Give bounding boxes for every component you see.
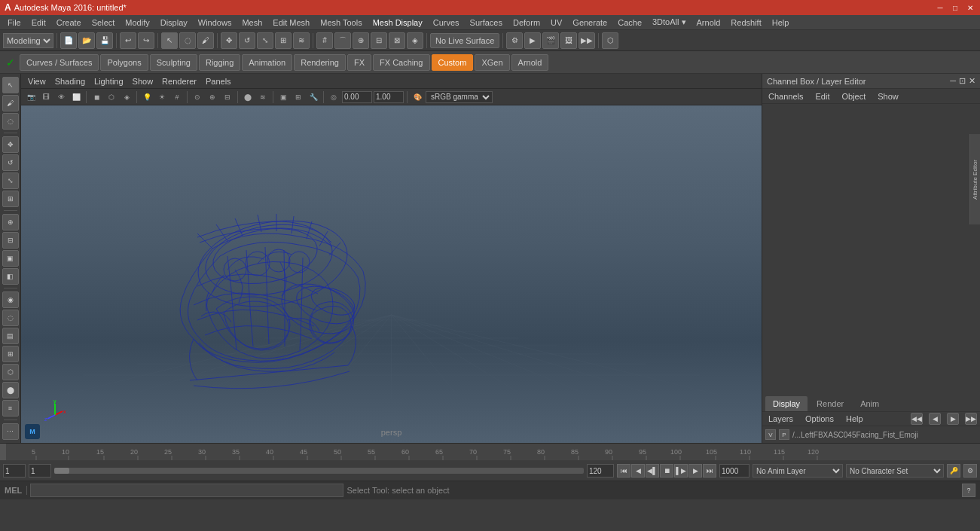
menu-edit-mesh[interactable]: Edit Mesh bbox=[268, 17, 314, 29]
soft-mod-button[interactable]: ≋ bbox=[293, 32, 310, 49]
vp-res-gate-icon[interactable]: ⬤ bbox=[241, 90, 255, 104]
viewport-menu-panels[interactable]: Panels bbox=[202, 76, 235, 87]
vp-frame-icon[interactable]: ⬜ bbox=[69, 90, 83, 104]
rotate-tool[interactable]: ↺ bbox=[2, 154, 19, 171]
menu-mesh-tools[interactable]: Mesh Tools bbox=[316, 17, 366, 29]
quick-layout-btn[interactable]: ⊞ bbox=[2, 346, 19, 362]
mel-input[interactable] bbox=[30, 484, 343, 497]
maximize-button[interactable]: □ bbox=[950, 2, 960, 13]
universal-tool-button[interactable]: ⊞ bbox=[275, 32, 292, 49]
vp-camera2-icon[interactable]: ◎ bbox=[327, 90, 340, 104]
tab-display[interactable]: Display bbox=[765, 396, 808, 411]
redo-button[interactable]: ↪ bbox=[138, 32, 154, 49]
paint-select-tool[interactable]: 🖌 bbox=[2, 95, 19, 111]
snap-surface-button[interactable]: ⊟ bbox=[371, 32, 387, 49]
save-file-button[interactable]: 💾 bbox=[96, 32, 113, 49]
attribute-editor-tab[interactable]: Attribute Editor bbox=[969, 134, 980, 224]
select-tool-button[interactable]: ↖ bbox=[161, 32, 178, 49]
viewport-menu-show[interactable]: Show bbox=[129, 76, 157, 87]
vp-wire-icon[interactable]: ⬡ bbox=[105, 90, 118, 104]
character-set-select[interactable]: No Character Set bbox=[846, 464, 944, 478]
display-layer-btn[interactable]: ▤ bbox=[2, 328, 19, 344]
edit-menu[interactable]: Edit bbox=[812, 91, 832, 102]
camera-far-input[interactable]: 1.00 bbox=[374, 91, 404, 103]
minimize-button[interactable]: ─ bbox=[935, 2, 945, 13]
settings-button[interactable]: ⚙ bbox=[963, 464, 977, 478]
prev-key-button[interactable]: ◀▌ bbox=[646, 464, 659, 478]
vp-light-icon[interactable]: 💡 bbox=[140, 90, 154, 104]
ipr-button[interactable]: 🎬 bbox=[542, 32, 559, 49]
vp-scene-icon[interactable]: 🔧 bbox=[307, 90, 320, 104]
move-tool-button[interactable]: ✥ bbox=[221, 32, 237, 49]
panel-float-icon[interactable]: ⊡ bbox=[959, 76, 966, 86]
panel-close-icon[interactable]: ✕ bbox=[969, 76, 975, 86]
snap-point-button[interactable]: ⊕ bbox=[353, 32, 369, 49]
menu-select[interactable]: Select bbox=[87, 17, 120, 29]
menu-file[interactable]: File bbox=[3, 17, 26, 29]
show-menu[interactable]: Show bbox=[875, 91, 902, 102]
shelf-tab-custom[interactable]: Custom bbox=[432, 54, 474, 71]
viewport-menu-view[interactable]: View bbox=[24, 76, 50, 87]
tab-render[interactable]: Render bbox=[809, 396, 851, 411]
layers-menu[interactable]: Layers bbox=[765, 414, 796, 424]
timeline-range-bar[interactable] bbox=[54, 468, 584, 474]
range-end-input[interactable]: 1000 bbox=[719, 464, 750, 478]
menu-uv[interactable]: UV bbox=[546, 17, 566, 29]
camera-near-input[interactable]: 0.00 bbox=[342, 91, 372, 103]
shelf-tab-polygons[interactable]: Polygons bbox=[100, 54, 148, 71]
render-seq-button[interactable]: ▶▶ bbox=[579, 32, 595, 49]
move-tool[interactable]: ✥ bbox=[2, 136, 19, 153]
bevel-button[interactable]: ◧ bbox=[2, 268, 19, 285]
menu-mesh[interactable]: Mesh bbox=[237, 17, 267, 29]
menu-curves[interactable]: Curves bbox=[429, 17, 464, 29]
measure-tool[interactable]: ◉ bbox=[2, 291, 19, 308]
menu-cache[interactable]: Cache bbox=[613, 17, 646, 29]
select-tool[interactable]: ↖ bbox=[2, 77, 19, 93]
go-start-button[interactable]: ⏮ bbox=[617, 464, 630, 478]
shelf-tab-rigging[interactable]: Rigging bbox=[199, 54, 240, 71]
menu-create[interactable]: Create bbox=[52, 17, 86, 29]
rotate-tool-button[interactable]: ↺ bbox=[239, 32, 255, 49]
menu-windows[interactable]: Windows bbox=[194, 17, 237, 29]
scale-tool-button[interactable]: ⤡ bbox=[257, 32, 273, 49]
extra-btn-1[interactable]: ⬡ bbox=[602, 32, 618, 49]
vp-eye-icon[interactable]: 👁 bbox=[54, 90, 68, 104]
autokey-button[interactable]: 🔑 bbox=[947, 464, 960, 478]
vp-shaded-icon[interactable]: ◼ bbox=[90, 90, 103, 104]
extra-tool-btn[interactable]: ⋯ bbox=[2, 423, 19, 440]
go-end-button[interactable]: ⏭ bbox=[703, 464, 716, 478]
shelf-tab-curves-surfaces[interactable]: Curves / Surfaces bbox=[20, 54, 99, 71]
undo-button[interactable]: ↩ bbox=[120, 32, 136, 49]
snap-view-button[interactable]: ⊠ bbox=[389, 32, 405, 49]
stop-button[interactable]: ⏹ bbox=[660, 464, 673, 478]
vp-comp-icon[interactable]: ⊞ bbox=[292, 90, 305, 104]
paint-tool-button[interactable]: 🖌 bbox=[197, 32, 214, 49]
vp-iso-icon[interactable]: ⊙ bbox=[191, 90, 204, 104]
menu-modify[interactable]: Modify bbox=[121, 17, 154, 29]
menu-arnold[interactable]: Arnold bbox=[692, 17, 725, 29]
shelf-tab-fx[interactable]: FX bbox=[347, 54, 371, 71]
close-button[interactable]: ✕ bbox=[965, 2, 975, 13]
layer-nav-next-next[interactable]: ▶▶ bbox=[965, 413, 977, 425]
new-file-button[interactable]: 📄 bbox=[60, 32, 77, 49]
shelf-tab-xgen[interactable]: XGen bbox=[475, 54, 509, 71]
shelf-tab-rendering[interactable]: Rendering bbox=[294, 54, 346, 71]
start-frame-input[interactable]: 1 bbox=[29, 464, 51, 478]
snap-button[interactable]: ⊕ bbox=[2, 214, 19, 230]
lasso-tool[interactable]: ◌ bbox=[2, 113, 19, 130]
options-menu[interactable]: Options bbox=[802, 414, 837, 424]
anim-layer-select[interactable]: No Anim Layer bbox=[753, 464, 843, 478]
panel-minimize-icon[interactable]: ─ bbox=[950, 76, 956, 86]
show-render-button[interactable]: 🖼 bbox=[560, 32, 577, 49]
render-settings-button[interactable]: ⚙ bbox=[506, 32, 523, 49]
object-menu[interactable]: Object bbox=[838, 91, 869, 102]
color-space-select[interactable]: sRGB gamma bbox=[426, 91, 493, 103]
open-file-button[interactable]: 📂 bbox=[78, 32, 95, 49]
end-frame-input[interactable]: 120 bbox=[587, 464, 614, 478]
menu-3dto-all[interactable]: 3DtoAll ▾ bbox=[648, 16, 691, 29]
viewport-menu-renderer[interactable]: Renderer bbox=[158, 76, 200, 87]
lattice-btn[interactable]: ≡ bbox=[2, 400, 19, 417]
render-button[interactable]: ▶ bbox=[524, 32, 541, 49]
shelf-tab-fx-caching[interactable]: FX Caching bbox=[373, 54, 429, 71]
shelf-tab-arnold[interactable]: Arnold bbox=[511, 54, 549, 71]
